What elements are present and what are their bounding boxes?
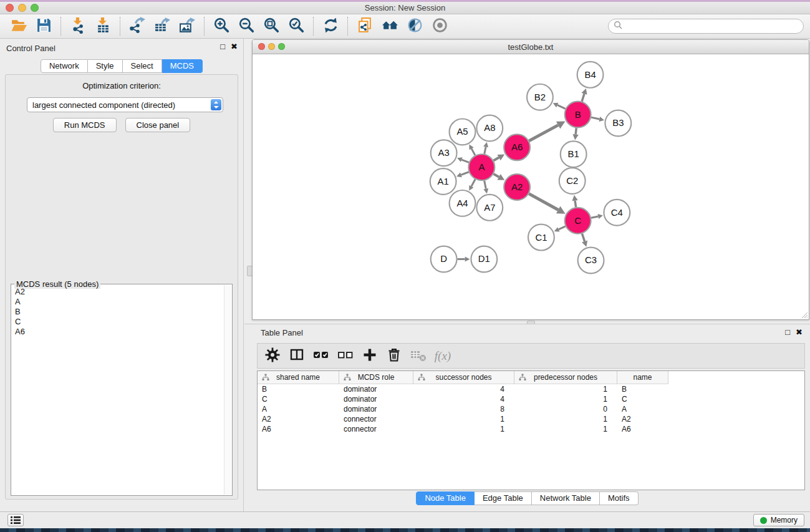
table-panel-float-button[interactable]: □ [785, 328, 790, 337]
network-window-titlebar[interactable]: testGlobe.txt [253, 40, 809, 54]
mcds-panel: Optimization criterion: largest connecte… [5, 74, 238, 500]
table-row[interactable]: A2connector11A2 [258, 414, 804, 424]
show-graphics-details-button[interactable] [430, 17, 449, 36]
edge-A-A6[interactable] [493, 158, 499, 161]
table-settings-gear-button[interactable] [264, 347, 281, 365]
search-input[interactable] [625, 21, 798, 31]
edge-C-C4[interactable] [591, 216, 598, 218]
open-session-icon [11, 17, 27, 36]
table-panel-close-button[interactable]: ✖ [796, 328, 803, 337]
edge-A-A8[interactable] [485, 147, 486, 153]
delete-column-trash-button[interactable] [385, 347, 403, 365]
table-row[interactable]: Bdominator41B [258, 384, 804, 394]
toolbar-separator [347, 17, 348, 36]
show-column-button[interactable] [288, 347, 306, 365]
result-list-item[interactable]: A2 [15, 287, 224, 297]
tab-edge-table[interactable]: Edge Table [475, 491, 532, 505]
node-label-A6: A6 [511, 142, 523, 152]
node-label-A2: A2 [511, 181, 523, 192]
tab-select[interactable]: Select [123, 59, 162, 73]
node-label-A4: A4 [456, 198, 468, 208]
edge-A-A1[interactable] [461, 172, 468, 175]
toolbar-icon-strip [6, 17, 452, 36]
import-network-button[interactable] [69, 17, 87, 36]
save-session-button[interactable] [34, 17, 53, 36]
add-column-button[interactable] [361, 347, 378, 365]
edge-B-B2[interactable] [557, 105, 566, 109]
network-canvas[interactable]: AA1A2A3A4A5A6A7A8BB1B2B3B4CC1C2C3C4DD1 [253, 54, 809, 319]
edge-A2-C[interactable] [529, 194, 558, 210]
tab-node-table[interactable]: Node Table [416, 491, 475, 505]
result-list-item[interactable]: A6 [15, 327, 224, 337]
table-cell: dominator [339, 405, 413, 414]
edge-A6-B[interactable] [529, 125, 558, 141]
table-cell: connector [339, 415, 413, 423]
tab-network[interactable]: Network [41, 59, 88, 73]
edge-B-B3[interactable] [591, 117, 599, 119]
scrollbar-track[interactable] [224, 285, 231, 495]
table-row[interactable]: A6connector11A6 [258, 424, 804, 434]
tab-motifs[interactable]: Motifs [600, 491, 639, 505]
tab-style[interactable]: Style [88, 59, 123, 73]
edge-arrowhead-B-B3 [599, 117, 604, 122]
column-header-predecessor-nodes[interactable]: predecessor nodes [514, 371, 617, 384]
search-box[interactable] [608, 19, 804, 34]
table-cell: B [617, 385, 668, 394]
edge-A-A7[interactable] [485, 181, 486, 189]
import-table-button[interactable] [94, 17, 112, 36]
unselect-all-button[interactable] [337, 347, 354, 365]
edge-B-B4[interactable] [582, 94, 584, 101]
result-list-item[interactable]: C [15, 317, 224, 327]
node-label-A: A [478, 162, 485, 172]
select-all-button[interactable] [312, 347, 330, 365]
close-panel-button[interactable]: Close panel [125, 118, 191, 132]
column-header-successor-nodes[interactable]: successor nodes [413, 371, 514, 384]
result-list-item[interactable]: B [15, 307, 224, 317]
network-view-window[interactable]: testGlobe.txt AA1A2A3A4A5A6A7A8BB1B2B3B4… [252, 39, 809, 320]
tab-network-table[interactable]: Network Table [532, 491, 600, 505]
open-session-button[interactable] [9, 17, 28, 36]
edge-A-A5[interactable] [471, 148, 475, 155]
panel-close-button[interactable]: ✖ [231, 42, 238, 51]
edge-arrowhead-A-A7 [483, 188, 488, 193]
edge-A-A2[interactable] [493, 174, 499, 177]
delete-table-button [410, 347, 427, 365]
home-layout-button[interactable] [380, 17, 399, 36]
column-header-name[interactable]: name [617, 371, 668, 384]
panel-float-button[interactable]: □ [220, 42, 225, 51]
column-header-shared-name[interactable]: shared name [258, 371, 339, 384]
edge-A-A3[interactable] [461, 160, 469, 162]
node-table[interactable]: shared nameMCDS rolesuccessor nodesprede… [257, 370, 805, 490]
status-bar: Memory [0, 511, 810, 528]
table-cell: 0 [514, 405, 617, 414]
memory-button[interactable]: Memory [753, 514, 804, 526]
result-list-item[interactable]: A [15, 297, 224, 307]
zoom-out-button[interactable] [237, 17, 256, 36]
export-network-button[interactable] [128, 17, 147, 36]
zoom-in-button[interactable] [212, 17, 231, 36]
edge-C-C3[interactable] [582, 234, 584, 242]
zoom-selected-button[interactable] [287, 17, 306, 36]
table-row[interactable]: Cdominator41C [258, 394, 804, 404]
edge-C-C2[interactable] [575, 201, 576, 207]
network-graph[interactable]: AA1A2A3A4A5A6A7A8BB1B2B3B4CC1C2C3C4DD1 [253, 54, 809, 319]
task-history-button[interactable] [7, 514, 24, 526]
run-mcds-button[interactable]: Run MCDS [53, 118, 117, 132]
titlebar[interactable]: Session: New Session [0, 2, 810, 14]
table-row[interactable]: Adominator80A [258, 404, 804, 414]
tab-mcds[interactable]: MCDS [162, 59, 203, 73]
export-table-button[interactable] [153, 17, 171, 36]
edge-B-B1[interactable] [576, 128, 576, 134]
export-image-button[interactable] [178, 17, 196, 36]
column-header-MCDS-role[interactable]: MCDS role [339, 371, 413, 384]
network-document-button[interactable] [355, 17, 374, 36]
criterion-dropdown[interactable]: largest connected component (directed) [27, 97, 223, 112]
zoom-fit-button[interactable] [262, 17, 281, 36]
refresh-view-button[interactable] [321, 17, 340, 36]
resize-grip-icon[interactable] [799, 310, 808, 319]
edge-A-A4[interactable] [471, 179, 475, 186]
edge-C-C1[interactable] [559, 226, 566, 230]
hide-graphics-details-button[interactable] [405, 17, 424, 36]
memory-label: Memory [771, 516, 798, 525]
column-header-label: shared name [276, 373, 320, 382]
